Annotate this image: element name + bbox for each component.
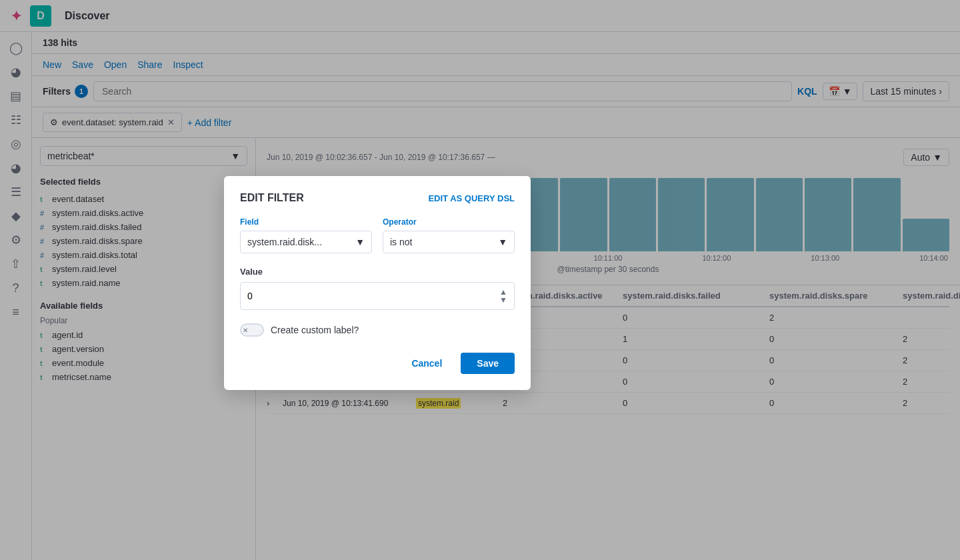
modal-field-row: Field system.raid.disk... ▼ Operator is … — [240, 217, 515, 253]
edit-as-dsl-button[interactable]: EDIT AS QUERY DSL — [428, 193, 515, 203]
modal-header: EDIT FILTER EDIT AS QUERY DSL — [240, 192, 515, 204]
operator-select[interactable]: is not ▼ — [383, 231, 515, 253]
field-selector-container: Field system.raid.disk... ▼ — [240, 217, 372, 253]
operator-label: Operator — [383, 217, 515, 227]
operator-selector-container: Operator is not ▼ — [383, 217, 515, 253]
cancel-button[interactable]: Cancel — [401, 353, 453, 374]
value-label: Value — [240, 267, 515, 277]
modal-save-button[interactable]: Save — [461, 353, 515, 374]
custom-label-text: Create custom label? — [271, 325, 359, 335]
field-select-chevron: ▼ — [355, 237, 365, 247]
value-input[interactable] — [247, 291, 499, 301]
field-select-value: system.raid.disk... — [247, 237, 322, 247]
edit-filter-modal: EDIT FILTER EDIT AS QUERY DSL Field syst… — [224, 176, 531, 390]
operator-select-chevron: ▼ — [498, 237, 507, 247]
custom-label-toggle[interactable]: ✕ — [240, 323, 264, 337]
operator-select-value: is not — [390, 237, 412, 247]
spinner-arrows: ▲ ▼ — [499, 288, 507, 304]
spinner-down: ▼ — [499, 296, 507, 304]
field-select[interactable]: system.raid.disk... ▼ — [240, 231, 372, 253]
value-input-wrapper[interactable]: ▲ ▼ — [240, 282, 515, 310]
modal-title: EDIT FILTER — [240, 192, 304, 204]
modal-overlay: EDIT FILTER EDIT AS QUERY DSL Field syst… — [0, 0, 960, 560]
field-label: Field — [240, 217, 372, 227]
toggle-x-icon: ✕ — [243, 327, 248, 334]
modal-footer: Cancel Save — [240, 353, 515, 374]
custom-label-row: ✕ Create custom label? — [240, 323, 515, 337]
